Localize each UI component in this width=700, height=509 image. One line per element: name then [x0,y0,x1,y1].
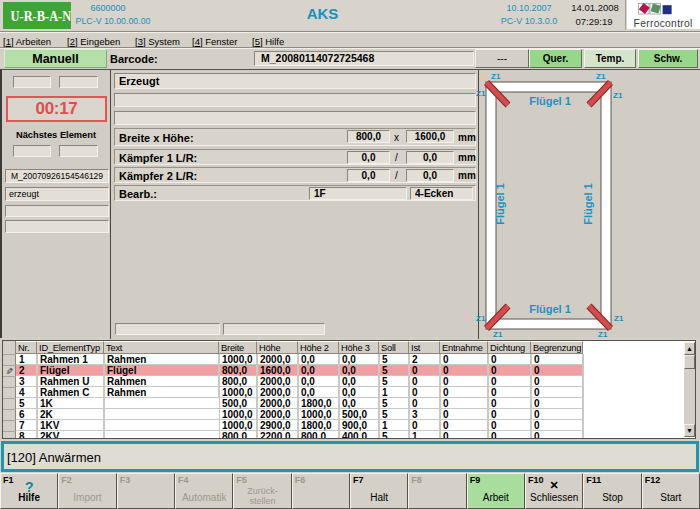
svg-text:Z1: Z1 [491,72,501,81]
svg-text:Z1: Z1 [613,91,623,100]
svg-text:Flügel 1: Flügel 1 [529,303,571,315]
svg-text:Z1: Z1 [493,330,503,339]
svg-text:Flügel 1: Flügel 1 [494,183,506,225]
svg-text:Flügel 1: Flügel 1 [529,95,571,107]
svg-text:Flügel 1: Flügel 1 [582,183,594,225]
svg-text:Z1: Z1 [614,314,624,323]
svg-text:Z1: Z1 [596,72,606,81]
svg-text:Z1: Z1 [476,314,486,323]
svg-text:Z1: Z1 [598,330,608,339]
svg-text:Z1: Z1 [476,89,486,98]
